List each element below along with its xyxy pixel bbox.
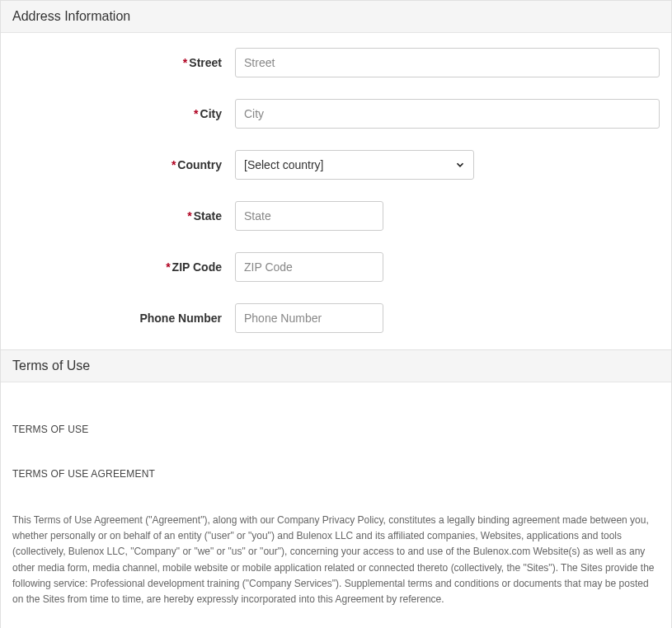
required-marker: * <box>187 209 191 223</box>
city-label-text: City <box>200 107 222 120</box>
phone-input[interactable] <box>235 303 383 333</box>
required-marker: * <box>194 107 198 120</box>
terms-heading-1: TERMS OF USE <box>12 424 660 435</box>
address-body: *Street *City *Country [Select country] <box>1 33 671 349</box>
city-label: *City <box>12 107 235 120</box>
zip-input[interactable] <box>235 252 383 282</box>
agree-row: * I have read and agree to the Terms of … <box>1 620 671 628</box>
street-row: *Street <box>12 48 660 77</box>
address-header: Address Information <box>1 1 671 33</box>
country-label: *Country <box>12 158 235 171</box>
terms-header: Terms of Use <box>1 350 671 382</box>
terms-panel: Terms of Use TERMS OF USE TERMS OF USE A… <box>0 350 672 628</box>
phone-row: Phone Number <box>12 303 660 333</box>
city-input[interactable] <box>235 99 660 129</box>
country-select-wrap: [Select country] <box>235 150 474 180</box>
country-row: *Country [Select country] <box>12 150 660 180</box>
terms-scroll-area[interactable]: TERMS OF USE TERMS OF USE AGREEMENT This… <box>1 382 671 620</box>
zip-row: *ZIP Code <box>12 252 660 282</box>
required-marker: * <box>172 158 176 171</box>
country-label-text: Country <box>177 158 222 171</box>
terms-spacer <box>12 611 660 620</box>
city-row: *City <box>12 99 660 129</box>
address-panel: Address Information *Street *City *Count… <box>0 0 672 350</box>
terms-heading-2: TERMS OF USE AGREEMENT <box>12 468 660 480</box>
state-label-text: State <box>194 209 222 223</box>
street-label: *Street <box>12 56 235 69</box>
zip-label: *ZIP Code <box>12 260 235 274</box>
street-input[interactable] <box>235 48 660 77</box>
state-row: *State <box>12 201 660 231</box>
phone-label-text: Phone Number <box>139 312 222 325</box>
state-label: *State <box>12 209 235 223</box>
zip-label-text: ZIP Code <box>172 260 222 274</box>
required-marker: * <box>166 260 170 274</box>
state-input[interactable] <box>235 201 383 231</box>
terms-paragraph-1: This Terms of Use Agreement ("Agreement"… <box>12 513 660 607</box>
street-label-text: Street <box>189 56 222 69</box>
phone-label: Phone Number <box>12 312 235 325</box>
country-select[interactable]: [Select country] <box>235 150 474 180</box>
required-marker: * <box>183 56 187 69</box>
